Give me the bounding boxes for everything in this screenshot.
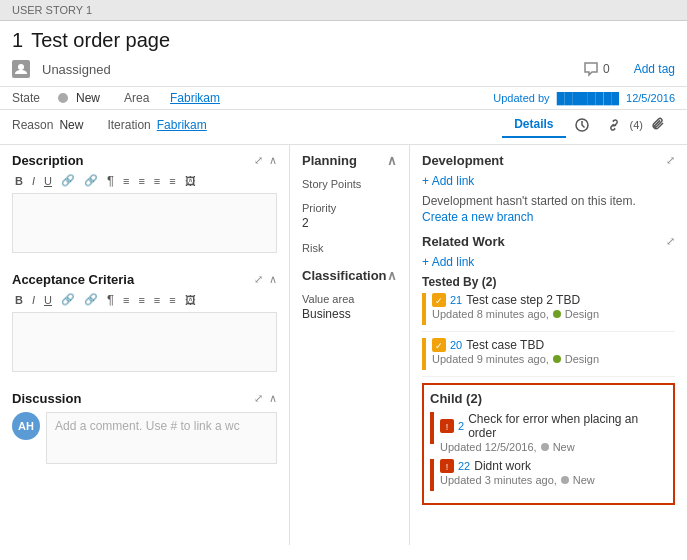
italic-btn-desc[interactable]: I xyxy=(29,174,38,188)
discussion-controls: ⤢ ∧ xyxy=(254,392,277,405)
child-item-2: ! 22 Didnt work Updated 3 minutes ago, N… xyxy=(430,459,667,491)
tab-details[interactable]: Details xyxy=(502,112,565,138)
discussion-chevron-icon[interactable]: ∧ xyxy=(269,392,277,405)
main-content: Description ⤢ ∧ B I U 🔗 🔗 ¶ ≡ ≡ ≡ ≡ 🖼 Ac… xyxy=(0,145,687,545)
child-title-text-1: Check for error when placing an order xyxy=(468,412,667,440)
acceptance-expand-icon[interactable]: ⤢ xyxy=(254,273,263,286)
dev-add-link[interactable]: + Add link xyxy=(422,174,675,188)
related-work-expand-icon[interactable]: ⤢ xyxy=(666,235,675,248)
tab-attach[interactable] xyxy=(643,112,675,138)
list4-btn-desc[interactable]: ≡ xyxy=(166,174,178,188)
link2-btn-acc[interactable]: 🔗 xyxy=(81,292,101,307)
link2-btn-desc[interactable]: 🔗 xyxy=(81,173,101,188)
priority-value[interactable]: 2 xyxy=(302,216,397,230)
updated-by: Updated by ████████ 12/5/2016 xyxy=(493,92,675,104)
comment-input[interactable]: Add a comment. Use # to link a wc xyxy=(46,412,277,464)
assignee-label[interactable]: Unassigned xyxy=(42,62,111,77)
wi-meta-1: Updated 8 minutes ago, Design xyxy=(432,308,675,320)
child-meta-2: Updated 3 minutes ago, New xyxy=(440,474,667,486)
tab-history[interactable] xyxy=(566,112,598,138)
reason-value[interactable]: New xyxy=(59,118,83,132)
list4-btn-acc[interactable]: ≡ xyxy=(166,293,178,307)
related-item-1: ✓ 21 Test case step 2 TBD Updated 8 minu… xyxy=(422,293,675,332)
bold-btn-acc[interactable]: B xyxy=(12,293,26,307)
wi-number-1[interactable]: 21 xyxy=(450,294,462,306)
child-number-2[interactable]: 22 xyxy=(458,460,470,472)
para-btn-acc[interactable]: ¶ xyxy=(104,291,117,308)
planning-header: Planning ∧ xyxy=(302,153,397,168)
planning-title: Planning xyxy=(302,153,357,168)
wi-content-1: ✓ 21 Test case step 2 TBD Updated 8 minu… xyxy=(432,293,675,320)
reason-iteration-row: Reason New Iteration Fabrikam Details (4… xyxy=(0,110,687,145)
dev-message: Development hasn't started on this item. xyxy=(422,194,675,208)
discussion-section: Discussion ⤢ ∧ AH Add a comment. Use # t… xyxy=(12,391,277,464)
updated-date: 12/5/2016 xyxy=(626,92,675,104)
child-title-row-2: ! 22 Didnt work xyxy=(440,459,667,473)
planning-chevron[interactable]: ∧ xyxy=(387,153,397,168)
italic-btn-acc[interactable]: I xyxy=(29,293,38,307)
description-toolbar: B I U 🔗 🔗 ¶ ≡ ≡ ≡ ≡ 🖼 xyxy=(12,172,277,189)
discussion-expand-icon[interactable]: ⤢ xyxy=(254,392,263,405)
risk-label: Risk xyxy=(302,242,397,254)
reason-field: Reason New xyxy=(12,118,83,132)
acceptance-chevron-icon[interactable]: ∧ xyxy=(269,273,277,286)
development-expand-icon[interactable]: ⤢ xyxy=(666,154,675,167)
assign-icon[interactable] xyxy=(12,60,30,78)
updated-label: Updated by xyxy=(493,92,549,104)
area-field: Area Fabrikam xyxy=(124,91,220,105)
list2-btn-acc[interactable]: ≡ xyxy=(135,293,147,307)
state-value[interactable]: New xyxy=(76,91,100,105)
child-title-row-1: ! 2 Check for error when placing an orde… xyxy=(440,412,667,440)
classification-chevron[interactable]: ∧ xyxy=(387,268,397,283)
updated-user: ████████ xyxy=(557,92,619,104)
acceptance-editor[interactable] xyxy=(12,312,277,372)
description-expand-icon[interactable]: ⤢ xyxy=(254,154,263,167)
description-chevron-icon[interactable]: ∧ xyxy=(269,154,277,167)
list3-btn-acc[interactable]: ≡ xyxy=(151,293,163,307)
page-title: Test order page xyxy=(31,29,170,52)
discussion-input-area: AH Add a comment. Use # to link a wc xyxy=(12,412,277,464)
para-btn-desc[interactable]: ¶ xyxy=(104,172,117,189)
priority-field: Priority 2 xyxy=(302,202,397,230)
value-area-value[interactable]: Business xyxy=(302,307,397,321)
child-icon-1: ! xyxy=(440,419,454,433)
child-number-1[interactable]: 2 xyxy=(458,420,464,432)
area-value[interactable]: Fabrikam xyxy=(170,91,220,105)
state-dot xyxy=(58,93,68,103)
acceptance-title: Acceptance Criteria xyxy=(12,272,134,287)
tab-links[interactable] xyxy=(598,112,630,138)
underline-btn-desc[interactable]: U xyxy=(41,174,55,188)
discussion-header: Discussion ⤢ ∧ xyxy=(12,391,277,406)
child-status-1: New xyxy=(553,441,575,453)
comment-count-value: 0 xyxy=(603,62,610,76)
list3-btn-desc[interactable]: ≡ xyxy=(151,174,163,188)
image-btn-desc[interactable]: 🖼 xyxy=(182,174,199,188)
create-branch-link[interactable]: Create a new branch xyxy=(422,210,675,224)
child-icon-2: ! xyxy=(440,459,454,473)
list1-btn-acc[interactable]: ≡ xyxy=(120,293,132,307)
child-status-2: New xyxy=(573,474,595,486)
bold-btn-desc[interactable]: B xyxy=(12,174,26,188)
child-status-dot-2 xyxy=(561,476,569,484)
tested-by-label: Tested By (2) xyxy=(422,275,675,289)
classification-title: Classification xyxy=(302,268,387,283)
wi-number-2[interactable]: 20 xyxy=(450,339,462,351)
related-add-link[interactable]: + Add link xyxy=(422,255,675,269)
development-header: Development ⤢ xyxy=(422,153,675,168)
link-btn-acc[interactable]: 🔗 xyxy=(58,292,78,307)
add-tag-button[interactable]: Add tag xyxy=(634,62,675,76)
value-area-label: Value area xyxy=(302,293,397,305)
tabs-area: Details (4) xyxy=(502,112,675,138)
left-column: Description ⤢ ∧ B I U 🔗 🔗 ¶ ≡ ≡ ≡ ≡ 🖼 Ac… xyxy=(0,145,290,545)
wi-meta-2: Updated 9 minutes ago, Design xyxy=(432,353,675,365)
iteration-value[interactable]: Fabrikam xyxy=(157,118,207,132)
underline-btn-acc[interactable]: U xyxy=(41,293,55,307)
image-btn-acc[interactable]: 🖼 xyxy=(182,293,199,307)
acceptance-section: Acceptance Criteria ⤢ ∧ B I U 🔗 🔗 ¶ ≡ ≡ … xyxy=(12,272,277,375)
description-editor[interactable] xyxy=(12,193,277,253)
link-btn-desc[interactable]: 🔗 xyxy=(58,173,78,188)
list2-btn-desc[interactable]: ≡ xyxy=(135,174,147,188)
wi-bar-2 xyxy=(422,338,426,370)
list1-btn-desc[interactable]: ≡ xyxy=(120,174,132,188)
wi-status-dot-1 xyxy=(553,310,561,318)
